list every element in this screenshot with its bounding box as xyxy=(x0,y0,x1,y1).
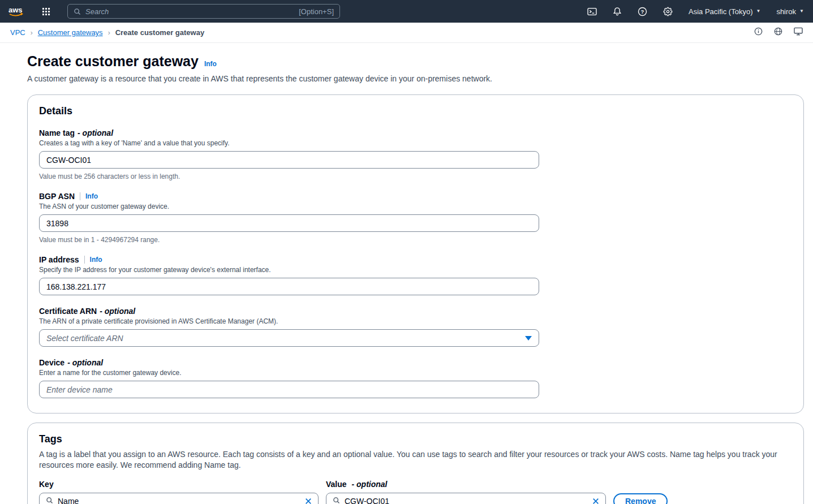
certificate-arn-description: The ARN of a private certificate provisi… xyxy=(39,317,792,325)
breadcrumb: VPC › Customer gateways › Create custome… xyxy=(0,23,813,43)
apps-grid-icon[interactable] xyxy=(40,7,53,16)
device-name-input[interactable] xyxy=(39,381,539,398)
breadcrumb-current-page: Create customer gateway xyxy=(115,28,205,37)
user-label: shirok xyxy=(776,7,796,16)
page-description: A customer gateway is a resource that yo… xyxy=(27,74,804,83)
status-circle-icon[interactable] xyxy=(774,27,782,38)
device-field: Device - optional Enter a name for the c… xyxy=(39,358,792,398)
search-icon xyxy=(333,496,340,504)
search-input[interactable]: Search [Option+S] xyxy=(67,4,340,19)
bgp-asn-constraint: Value must be in 1 - 4294967294 range. xyxy=(39,236,792,244)
help-icon[interactable]: ? xyxy=(638,7,647,16)
chevron-down-icon: ▼ xyxy=(799,9,804,14)
bgp-asn-input[interactable] xyxy=(39,214,539,232)
breadcrumb-separator-icon: › xyxy=(108,29,110,37)
ip-address-label: IP address xyxy=(39,255,79,264)
tag-value-input-wrapper xyxy=(326,493,606,504)
details-heading: Details xyxy=(39,105,792,117)
user-menu[interactable]: shirok ▼ xyxy=(776,7,804,16)
ip-address-description: Specify the IP address for your customer… xyxy=(39,266,792,274)
tags-description: A tag is a label that you assign to an A… xyxy=(39,449,792,471)
certificate-arn-optional-label: - optional xyxy=(100,307,135,316)
tag-key-input[interactable] xyxy=(58,497,300,504)
label-divider xyxy=(84,256,85,264)
bgp-asn-label: BGP ASN xyxy=(39,192,75,201)
name-tag-optional-label: - optional xyxy=(78,128,113,137)
device-label: Device xyxy=(39,358,64,367)
chevron-down-icon: ▼ xyxy=(756,9,760,14)
page-header: Create customer gateway Info A customer … xyxy=(0,43,813,85)
bgp-asn-info-link[interactable]: Info xyxy=(85,192,98,200)
info-icon[interactable] xyxy=(754,27,763,38)
region-selector[interactable]: Asia Pacific (Tokyo) ▼ xyxy=(689,7,760,16)
top-navigation-bar: aws Search [Option+S] ? xyxy=(0,0,813,23)
aws-logo[interactable]: aws xyxy=(6,5,31,18)
name-tag-label: Name tag xyxy=(39,128,75,137)
aws-logo-icon: aws xyxy=(8,5,28,18)
ip-address-input[interactable] xyxy=(39,278,539,295)
certificate-arn-field: Certificate ARN - optional The ARN of a … xyxy=(39,307,792,347)
page-title: Create customer gateway xyxy=(27,53,199,70)
search-icon xyxy=(74,8,81,15)
tag-value-header-label: Value xyxy=(326,480,347,489)
device-description: Enter a name for the customer gateway de… xyxy=(39,369,792,377)
tag-value-optional-label: - optional xyxy=(351,480,387,489)
name-tag-description: Creates a tag with a key of 'Name' and a… xyxy=(39,139,792,147)
clear-key-icon[interactable] xyxy=(305,498,312,504)
settings-gear-icon[interactable] xyxy=(663,7,673,16)
region-label: Asia Pacific (Tokyo) xyxy=(689,7,752,16)
cloudshell-icon[interactable] xyxy=(587,7,597,16)
search-placeholder: Search xyxy=(85,7,294,16)
notifications-bell-icon[interactable] xyxy=(613,7,622,16)
svg-text:?: ? xyxy=(641,8,644,14)
tags-card: Tags A tag is a label that you assign to… xyxy=(27,423,804,504)
breadcrumb-customer-gateways-link[interactable]: Customer gateways xyxy=(38,28,103,37)
tag-value-input[interactable] xyxy=(345,497,588,504)
certificate-arn-select[interactable]: Select certificate ARN xyxy=(39,329,539,347)
tags-heading: Tags xyxy=(39,433,792,445)
search-icon xyxy=(46,496,53,504)
ip-address-field: IP address Info Specify the IP address f… xyxy=(39,255,792,295)
tags-editor: Key Value - optional Remove xyxy=(39,480,792,504)
search-shortcut-hint: [Option+S] xyxy=(299,7,334,16)
name-tag-constraint: Value must be 256 characters or less in … xyxy=(39,173,792,180)
page-info-link[interactable]: Info xyxy=(204,60,217,68)
details-card: Details Name tag - optional Creates a ta… xyxy=(27,94,804,413)
bgp-asn-field: BGP ASN Info The ASN of your customer ga… xyxy=(39,192,792,244)
feedback-icon[interactable] xyxy=(794,27,803,38)
tag-key-header: Key xyxy=(39,480,319,489)
remove-tag-button[interactable]: Remove xyxy=(613,493,668,504)
select-caret-icon xyxy=(525,336,532,341)
ip-address-info-link[interactable]: Info xyxy=(90,256,102,264)
tag-key-input-wrapper xyxy=(39,493,319,504)
name-tag-field: Name tag - optional Creates a tag with a… xyxy=(39,128,792,180)
tag-value-header: Value - optional xyxy=(326,480,606,489)
device-optional-label: - optional xyxy=(67,358,103,367)
breadcrumb-vpc-link[interactable]: VPC xyxy=(10,28,25,37)
name-tag-input[interactable] xyxy=(39,151,539,169)
clear-value-icon[interactable] xyxy=(592,498,599,504)
label-divider xyxy=(80,192,80,200)
bgp-asn-description: The ASN of your customer gateway device. xyxy=(39,203,792,210)
breadcrumb-separator-icon: › xyxy=(31,29,33,37)
certificate-arn-select-placeholder: Select certificate ARN xyxy=(46,334,123,343)
svg-text:aws: aws xyxy=(8,6,23,14)
certificate-arn-label: Certificate ARN xyxy=(39,307,97,316)
